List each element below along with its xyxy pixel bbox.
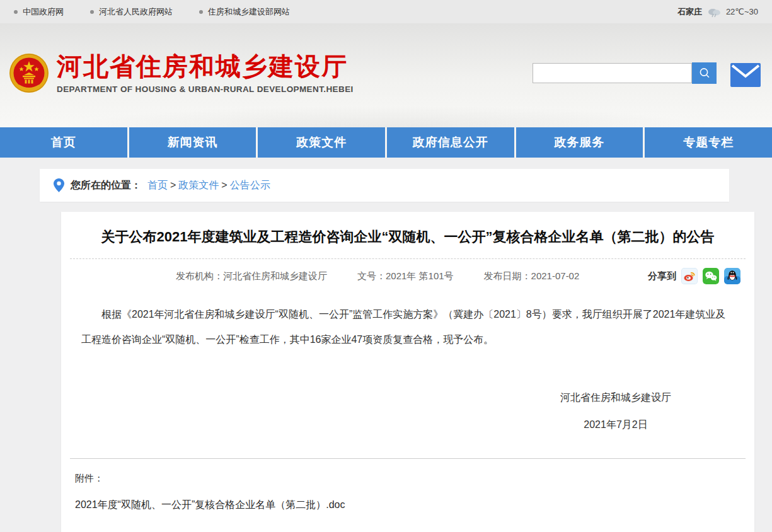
meta-agency: 发布机构：河北省住房和城乡建设厅 [176, 270, 327, 282]
nav-item-gov-info[interactable]: 政府信息公开 [387, 127, 514, 158]
site-brand[interactable]: 河北省住房和城乡建设厅 DEPARTMENT OF HOUSING & URBA… [9, 52, 354, 94]
breadcrumb-separator: > [170, 180, 176, 191]
nav-item-topics[interactable]: 专题专栏 [645, 127, 772, 158]
search-input[interactable] [533, 63, 692, 83]
brand-text: 河北省住房和城乡建设厅 DEPARTMENT OF HOUSING & URBA… [57, 52, 354, 94]
national-emblem-icon [9, 53, 49, 93]
bullet-icon [199, 10, 203, 14]
wechat-share-icon[interactable] [703, 268, 719, 284]
search-box [533, 63, 717, 84]
search-button[interactable] [692, 62, 717, 84]
top-bar: 中国政府网 河北省人民政府网站 住房和城乡建设部网站 石家庄 22℃~30 [0, 0, 772, 23]
top-bar-links: 中国政府网 河北省人民政府网站 住房和城乡建设部网站 [14, 6, 290, 18]
link-mohurd[interactable]: 住房和城乡建设部网站 [199, 6, 290, 18]
nav-item-policy[interactable]: 政策文件 [258, 127, 385, 158]
meta-doc-number: 文号：2021年 第101号 [357, 270, 454, 282]
weather-temp: 22℃~30 [726, 7, 758, 16]
weibo-share-icon[interactable] [681, 268, 698, 284]
breadcrumb-section: 您所在的位置： 首页 > 政策文件 > 公告公示 [0, 158, 772, 202]
bullet-icon [14, 10, 18, 14]
share-bar: 分享到 [648, 268, 740, 284]
breadcrumb-link-home[interactable]: 首页 [147, 179, 168, 192]
article-meta-row: 发布机构：河北省住房和城乡建设厅 文号：2021年 第101号 发布日期：202… [70, 268, 746, 284]
site-subtitle: DEPARTMENT OF HOUSING & URBAN-RURAL DEVE… [57, 84, 354, 94]
site-title: 河北省住房和城乡建设厅 [57, 52, 354, 81]
signature-date: 2021年7月2日 [560, 419, 671, 432]
link-label: 中国政府网 [23, 6, 64, 18]
share-label: 分享到 [648, 270, 676, 282]
article-meta: 发布机构：河北省住房和城乡建设厅 文号：2021年 第101号 发布日期：202… [176, 270, 579, 282]
dashed-divider [70, 258, 746, 259]
weather-widget: 石家庄 22℃~30 [677, 6, 758, 18]
article-body: 根据《2021年河北省住房和城乡建设厅“双随机、一公开”监管工作实施方案》（冀建… [70, 302, 746, 352]
link-hebei-gov[interactable]: 河北省人民政府网站 [90, 6, 173, 18]
link-label: 河北省人民政府网站 [99, 6, 173, 18]
location-pin-icon [54, 178, 64, 192]
qq-share-icon[interactable] [724, 268, 740, 284]
article-title: 关于公布2021年度建筑业及工程造价咨询企业“双随机、一公开”复核合格企业名单（… [70, 224, 746, 250]
breadcrumb-separator: > [221, 180, 227, 191]
header-tools [533, 63, 761, 87]
breadcrumb-link-notices[interactable]: 公告公示 [230, 179, 270, 192]
attachment-label: 附件： [70, 473, 746, 485]
main-nav: 首页 新闻资讯 政策文件 政府信息公开 政务服务 专题专栏 [0, 127, 772, 158]
link-label: 住房和城乡建设部网站 [208, 6, 290, 18]
bullet-icon [90, 10, 94, 14]
breadcrumb: 您所在的位置： 首页 > 政策文件 > 公告公示 [40, 169, 729, 202]
envelope-icon[interactable] [730, 63, 761, 87]
search-icon [698, 67, 711, 79]
article-card: 关于公布2021年度建筑业及工程造价咨询企业“双随机、一公开”复核合格企业名单（… [61, 212, 754, 532]
nav-item-news[interactable]: 新闻资讯 [129, 127, 256, 158]
attachment-doc-link[interactable]: 2021年度“双随机、一公开”复核合格企业名单（第二批）.doc [70, 499, 345, 512]
cloud-rain-icon [707, 6, 721, 18]
nav-item-services[interactable]: 政务服务 [516, 127, 643, 158]
weather-city: 石家庄 [677, 6, 702, 18]
solid-divider [70, 458, 746, 459]
site-header: 河北省住房和城乡建设厅 DEPARTMENT OF HOUSING & URBA… [0, 23, 772, 127]
signature-agency: 河北省住房和城乡建设厅 [560, 391, 671, 405]
article-signature: 河北省住房和城乡建设厅 2021年7月2日 [560, 391, 671, 432]
breadcrumb-label: 您所在的位置： [71, 179, 141, 192]
link-china-gov[interactable]: 中国政府网 [14, 6, 64, 18]
meta-publish-date: 发布日期：2021-07-02 [484, 270, 580, 282]
breadcrumb-link-policy[interactable]: 政策文件 [178, 179, 219, 192]
nav-item-home[interactable]: 首页 [0, 127, 127, 158]
